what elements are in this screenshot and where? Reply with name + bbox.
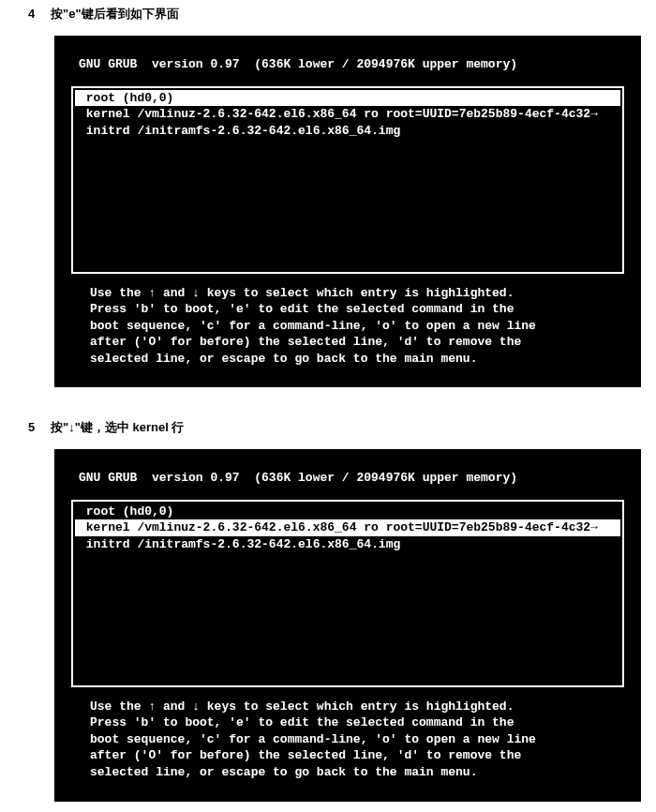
grub-header: GNU GRUB version 0.97 (636K lower / 2094… (71, 470, 624, 487)
grub-entry-box: root (hd0,0) kernel /vmlinuz-2.6.32-642.… (71, 500, 624, 687)
grub-screen-2: GNU GRUB version 0.97 (636K lower / 2094… (54, 449, 641, 801)
grub-line-kernel[interactable]: kernel /vmlinuz-2.6.32-642.el6.x86_64 ro… (75, 519, 620, 536)
grub-help-text: Use the ↑ and ↓ keys to select which ent… (71, 285, 624, 368)
grub-line-root[interactable]: root (hd0,0) (75, 90, 620, 107)
step-5-number: 5 (28, 420, 51, 434)
step-4-header: 4 按"e"键后看到如下界面 (0, 0, 656, 36)
step-5-text: 按"↓"键，选中 kernel 行 (51, 419, 184, 436)
grub-header: GNU GRUB version 0.97 (636K lower / 2094… (71, 56, 624, 73)
grub-help-text: Use the ↑ and ↓ keys to select which ent… (71, 699, 624, 781)
grub-line-initrd[interactable]: initrd /initramfs-2.6.32-642.el6.x86_64.… (75, 123, 620, 140)
grub-entry-box: root (hd0,0) kernel /vmlinuz-2.6.32-642.… (71, 86, 624, 274)
grub-screen-1: GNU GRUB version 0.97 (636K lower / 2094… (54, 36, 641, 387)
step-4-text: 按"e"键后看到如下界面 (51, 6, 179, 23)
grub-line-kernel[interactable]: kernel /vmlinuz-2.6.32-642.el6.x86_64 ro… (75, 106, 620, 123)
grub-line-root[interactable]: root (hd0,0) (75, 504, 620, 520)
grub-line-initrd[interactable]: initrd /initramfs-2.6.32-642.el6.x86_64.… (75, 536, 620, 553)
step-4-number: 4 (28, 7, 51, 21)
step-5-header: 5 按"↓"键，选中 kernel 行 (0, 414, 656, 449)
